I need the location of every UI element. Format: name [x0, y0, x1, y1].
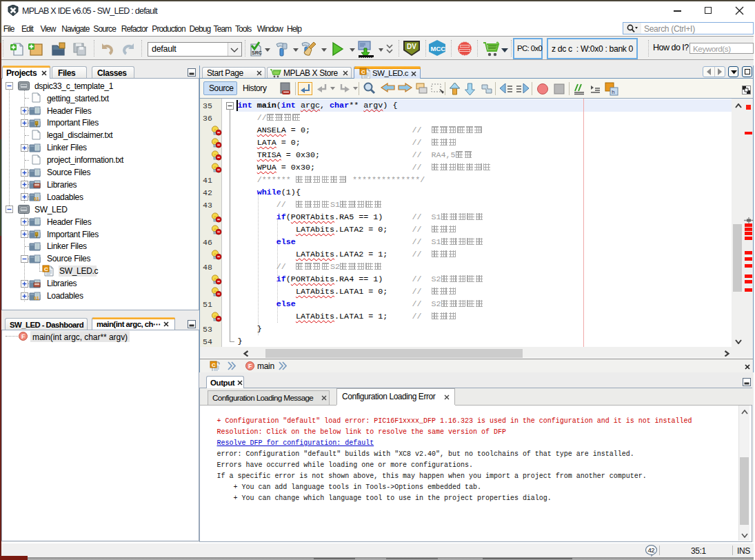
- svg-text:F: F: [248, 363, 252, 370]
- svg-text:01: 01: [34, 197, 39, 201]
- svg-text:MCC: MCC: [431, 45, 446, 52]
- svg-text:01: 01: [34, 296, 39, 301]
- svg-text:h: h: [612, 89, 615, 95]
- svg-text:C: C: [44, 266, 48, 272]
- svg-text:42: 42: [647, 546, 654, 554]
- svg-text:C: C: [212, 362, 216, 368]
- svg-text:SRC: SRC: [252, 50, 262, 55]
- svg-text:C: C: [361, 69, 365, 75]
- svg-text:DV: DV: [407, 43, 416, 50]
- svg-text:F: F: [21, 333, 25, 340]
